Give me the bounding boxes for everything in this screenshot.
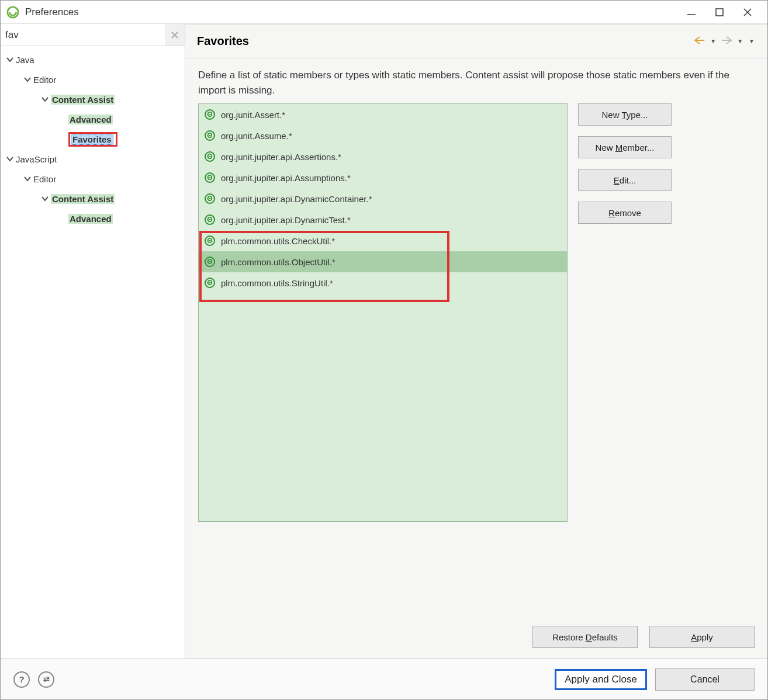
titlebar: Preferences [1,1,767,24]
tree-label: Editor [33,174,56,184]
list-item[interactable]: Θplm.common.utils.StringUtil.* [199,272,567,293]
list-item-label: org.junit.jupiter.api.DynamicTest.* [221,215,351,225]
content-panel: Favorites ▼ ▼ ▼ Define a list of static … [185,24,767,659]
class-icon: Θ [205,109,215,120]
tree-item[interactable]: Editor [1,169,185,189]
view-menu-icon[interactable]: ▼ [748,38,756,44]
list-item[interactable]: Θorg.junit.Assert.* [199,104,567,125]
list-item[interactable]: Θorg.junit.jupiter.api.DynamicContainer.… [199,188,567,209]
class-icon: Θ [205,235,215,246]
class-icon: Θ [205,214,215,225]
edit-button[interactable]: Edit... [578,169,672,191]
list-item[interactable]: Θorg.junit.jupiter.api.Assertions.* [199,146,567,167]
chevron-down-icon [5,154,15,164]
help-button[interactable]: ? [13,671,30,688]
tree-label: JavaScript [16,154,57,164]
heading-row: Favorites ▼ ▼ ▼ [185,25,767,58]
tree-item[interactable]: Advanced [1,109,185,129]
list-item-label: org.junit.Assume.* [221,131,292,141]
sidebar: JavaEditorContent AssistAdvancedFavorite… [1,24,185,659]
history-nav: ▼ ▼ ▼ [694,36,756,47]
list-item[interactable]: Θorg.junit.jupiter.api.Assumptions.* [199,167,567,188]
remove-button[interactable]: Remove [578,202,672,224]
preferences-window: Preferences JavaEditorContent AssistAdva… [0,0,768,700]
class-icon: Θ [205,130,215,141]
new-type-button[interactable]: New Type... [578,103,672,126]
chevron-down-icon [40,194,50,203]
tree-label: Java [16,55,34,65]
list-item-label: plm.common.utils.ObjectUtil.* [221,257,335,267]
chevron-down-icon [58,214,67,223]
list-item[interactable]: Θorg.junit.jupiter.api.DynamicTest.* [199,209,567,230]
body-row: Θorg.junit.Assert.*Θorg.junit.Assume.*Θo… [185,103,767,620]
apply-and-close-button[interactable]: Apply and Close [555,669,647,690]
class-icon: Θ [205,278,215,288]
tree-label: Editor [33,75,56,85]
chevron-down-icon [58,134,67,144]
class-icon: Θ [205,193,215,204]
maximize-button[interactable] [705,3,734,22]
list-item-label: org.junit.jupiter.api.Assertions.* [221,152,341,162]
forward-dropdown-icon[interactable]: ▼ [736,38,744,44]
restore-defaults-button[interactable]: Restore Defaults [532,626,638,648]
back-icon[interactable] [694,36,705,47]
chevron-down-icon [58,115,67,124]
favorites-list[interactable]: Θorg.junit.Assert.*Θorg.junit.Assume.*Θo… [198,103,568,522]
chevron-down-icon [5,55,15,64]
footer: ? ⇄ Apply and Close Cancel [1,659,767,699]
tree-label: Content Assist [51,194,115,204]
list-item[interactable]: Θorg.junit.Assume.* [199,125,567,146]
list-item-label: plm.common.utils.StringUtil.* [221,278,333,288]
clear-filter-button[interactable] [165,24,185,46]
clear-icon [171,31,179,39]
favorites-list-wrap: Θorg.junit.Assert.*Θorg.junit.Assume.*Θo… [198,103,568,612]
tree-label: Advanced [68,214,113,224]
chevron-down-icon [23,75,32,84]
tree-label: Content Assist [51,95,115,105]
page-description: Define a list of static members or types… [185,58,767,103]
annotation-highlight-box: Favorites [68,132,117,147]
window-title: Preferences [25,6,677,18]
tree-item[interactable]: Advanced [1,209,185,228]
new-member-button[interactable]: New Member... [578,136,672,158]
app-icon [6,6,19,19]
filter-input[interactable] [1,24,165,46]
forward-icon[interactable] [721,36,732,47]
chevron-down-icon [40,95,50,104]
lower-buttons: Restore Defaults Apply [185,620,767,659]
close-button[interactable] [734,3,762,22]
tree-label: Favorites [71,134,113,145]
preference-tree[interactable]: JavaEditorContent AssistAdvancedFavorite… [1,46,185,659]
class-icon: Θ [205,151,215,162]
main-area: JavaEditorContent AssistAdvancedFavorite… [1,24,767,659]
cancel-button[interactable]: Cancel [655,668,755,691]
class-icon: Θ [205,172,215,183]
page-title: Favorites [197,34,694,48]
class-icon: Θ [205,257,215,267]
svg-rect-2 [716,9,723,16]
apply-button[interactable]: Apply [649,626,755,648]
minimize-button[interactable] [677,3,705,22]
tree-item[interactable]: JavaScript [1,149,185,169]
chevron-down-icon [23,174,32,183]
tree-item[interactable]: Favorites [1,129,185,149]
side-buttons: New Type... New Member... Edit... Remove [578,103,672,612]
list-item-label: plm.common.utils.CheckUtil.* [221,236,335,246]
list-item[interactable]: Θplm.common.utils.CheckUtil.* [199,230,567,251]
list-item-label: org.junit.jupiter.api.DynamicContainer.* [221,194,372,204]
tree-label: Advanced [68,115,113,124]
tree-item[interactable]: Editor [1,70,185,89]
back-dropdown-icon[interactable]: ▼ [709,38,717,44]
list-item[interactable]: Θplm.common.utils.ObjectUtil.* [199,251,567,272]
list-item-label: org.junit.Assert.* [221,110,285,120]
list-item-label: org.junit.jupiter.api.Assumptions.* [221,173,351,183]
filter-wrap [1,24,185,46]
tree-item[interactable]: Java [1,50,185,70]
import-export-button[interactable]: ⇄ [38,671,54,688]
tree-item[interactable]: Content Assist [1,89,185,109]
tree-item[interactable]: Content Assist [1,189,185,209]
